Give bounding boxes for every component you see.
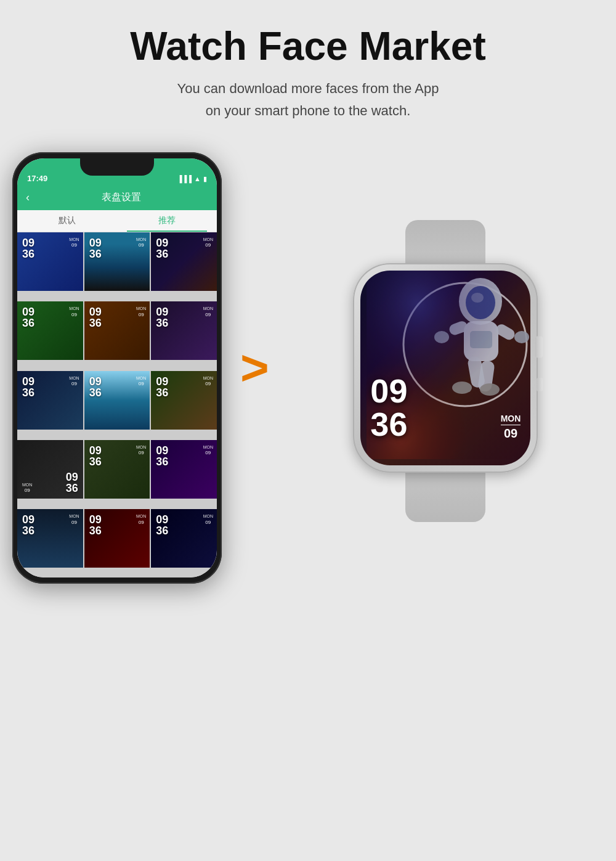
face-cell-6[interactable]: 09 36 MON09 xyxy=(151,301,217,360)
watch-min: 36 xyxy=(370,407,407,441)
phone-vol-up-button xyxy=(12,266,13,300)
page-title: Watch Face Market xyxy=(130,25,485,68)
phone-nav: ‹ 表盘设置 xyxy=(17,186,217,210)
watch-date: MON 09 xyxy=(501,414,521,441)
watch-day: 09 xyxy=(501,426,521,441)
phone-tabs: 默认 推荐 xyxy=(17,210,217,232)
phone-mute-button xyxy=(12,239,13,257)
face-cell-15[interactable]: 09 36 MON09 xyxy=(151,509,217,568)
status-time: 17:49 xyxy=(27,174,47,183)
status-icons: ▐▐▐ ▲ ▮ xyxy=(177,175,207,183)
wifi-icon: ▲ xyxy=(194,175,201,182)
watch-side-button[interactable] xyxy=(537,378,543,391)
face-cell-2[interactable]: 09 36 MON09 xyxy=(84,232,150,291)
tab-default[interactable]: 默认 xyxy=(17,210,117,232)
watch-case: 09 36 MON 09 xyxy=(353,263,538,473)
battery-icon: ▮ xyxy=(203,175,207,183)
phone-content: 17:49 ▐▐▐ ▲ ▮ ‹ 表盘设置 默认 xyxy=(17,158,217,577)
face-cell-11[interactable]: 09 36 MON09 xyxy=(84,440,150,499)
face-cell-8[interactable]: 09 36 MON09 xyxy=(84,371,150,430)
phone-power-button xyxy=(221,251,222,288)
phone-mockup: 17:49 ▐▐▐ ▲ ▮ ‹ 表盘设置 默认 xyxy=(12,152,222,584)
phone-notch xyxy=(80,158,154,176)
watch-hour: 09 xyxy=(370,374,407,407)
face-cell-10[interactable]: 09 36 MON09 xyxy=(17,440,83,499)
face-cell-5[interactable]: 09 36 MON09 xyxy=(84,301,150,360)
arrow-icon: > xyxy=(240,343,269,393)
watch-day-of-week: MON xyxy=(501,414,521,425)
phone-vol-down-button xyxy=(12,306,13,340)
main-content: 17:49 ▐▐▐ ▲ ▮ ‹ 表盘设置 默认 xyxy=(12,152,604,584)
smartwatch-mockup: 09 36 MON 09 xyxy=(288,263,604,473)
page-subtitle: You can download more faces from the App… xyxy=(177,78,439,121)
face-cell-4[interactable]: 09 36 MON09 xyxy=(17,301,83,360)
face-cell-7[interactable]: 09 36 MON09 xyxy=(17,371,83,430)
face-cell-1[interactable]: 09 36 MON09 xyxy=(17,232,83,291)
watch-screen: 09 36 MON 09 xyxy=(360,271,530,465)
face-cell-14[interactable]: 09 36 MON09 xyxy=(84,509,150,568)
watch-time: 09 36 xyxy=(370,374,407,441)
watch-body: 09 36 MON 09 xyxy=(353,263,538,473)
face-cell-12[interactable]: 09 36 MON09 xyxy=(151,440,217,499)
face-cell-13[interactable]: 09 36 MON09 xyxy=(17,509,83,568)
nav-title: 表盘设置 xyxy=(34,191,208,204)
face-cell-3[interactable]: 09 36 MON09 xyxy=(151,232,217,291)
back-button[interactable]: ‹ xyxy=(26,191,30,204)
tab-recommended[interactable]: 推荐 xyxy=(117,210,217,232)
phone-screen: 17:49 ▐▐▐ ▲ ▮ ‹ 表盘设置 默认 xyxy=(17,158,217,577)
face-cell-9[interactable]: 09 36 MON09 xyxy=(151,371,217,430)
signal-icon: ▐▐▐ xyxy=(177,175,192,182)
watch-faces-grid: 09 36 MON09 09 36 MON09 xyxy=(17,232,217,577)
phone-body: 17:49 ▐▐▐ ▲ ▮ ‹ 表盘设置 默认 xyxy=(12,152,222,584)
watch-crown[interactable] xyxy=(535,336,543,357)
